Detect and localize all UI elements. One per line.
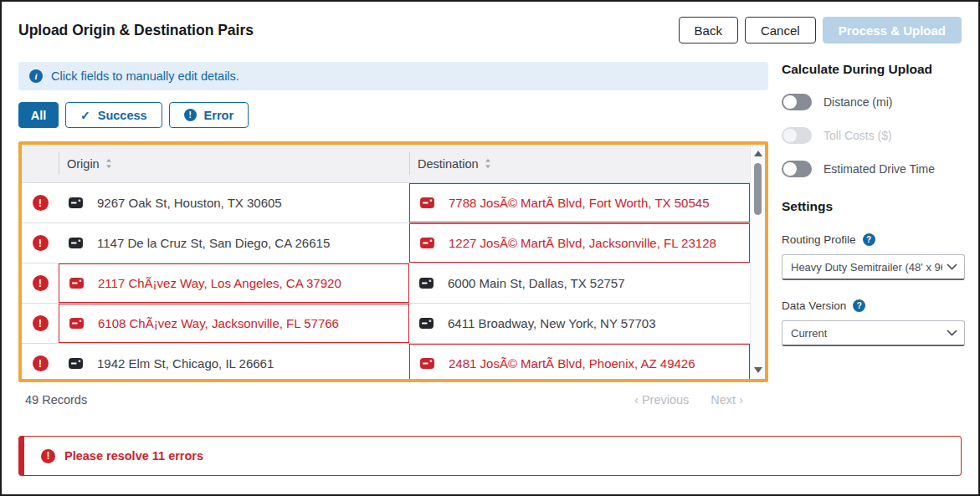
- toggle-switch[interactable]: [782, 94, 812, 110]
- destination-column-header[interactable]: Destination: [409, 145, 750, 182]
- toggle-row: Estimated Drive Time: [782, 161, 965, 177]
- destination-address: 2481 JosÃ© MartÃ Blvd, Phoenix, AZ 49426: [449, 356, 695, 371]
- filter-success-button[interactable]: ✓ Success: [65, 102, 162, 128]
- toggle-switch[interactable]: [782, 161, 812, 177]
- origin-address: 1942 Elm St, Chicago, IL 26661: [97, 356, 274, 371]
- page-title: Upload Origin & Destination Pairs: [18, 22, 254, 39]
- toggle-switch[interactable]: [782, 127, 812, 144]
- check-icon: ✓: [80, 109, 90, 122]
- error-banner-text: Please resolve 11 errors: [64, 449, 203, 463]
- cancel-button[interactable]: Cancel: [745, 17, 816, 43]
- table-row: ! 1147 De la Cruz St, San Diego, CA 2661…: [22, 223, 750, 263]
- table-footer: 49 Records ‹ Previous Next ›: [18, 393, 768, 407]
- row-status-cell: !: [22, 183, 59, 222]
- destination-cell[interactable]: 2481 JosÃ© MartÃ Blvd, Phoenix, AZ 49426: [409, 344, 750, 379]
- table-scrollbar[interactable]: [750, 145, 765, 379]
- previous-page-link[interactable]: ‹ Previous: [634, 393, 689, 407]
- filter-error-label: Error: [204, 109, 233, 122]
- origin-column-header[interactable]: Origin: [59, 145, 409, 182]
- data-version-select[interactable]: Current: [782, 320, 965, 346]
- pagination: ‹ Previous Next ›: [634, 393, 743, 407]
- address-field-icon: [69, 358, 83, 369]
- filter-success-label: Success: [98, 109, 147, 122]
- table-row: ! 9267 Oak St, Houston, TX 30605 7788 Jo…: [22, 183, 750, 223]
- column-divider: [59, 152, 59, 175]
- filter-row: All ✓ Success ! Error: [18, 102, 768, 128]
- routing-profile-select[interactable]: Heavy Duty Semitrailer (48' x 96": [782, 254, 965, 280]
- table-row: ! 1942 Elm St, Chicago, IL 26661 2481 Jo…: [22, 344, 750, 379]
- main-column: i Click fields to manually edit details.…: [18, 62, 768, 407]
- toggle-label: Estimated Drive Time: [824, 162, 935, 176]
- info-banner: i Click fields to manually edit details.: [18, 62, 768, 90]
- status-column-header: [22, 145, 59, 182]
- data-version-value: Current: [791, 327, 827, 340]
- data-version-label: Data Version: [782, 299, 846, 312]
- info-icon: i: [29, 69, 43, 83]
- row-status-cell: !: [22, 304, 59, 343]
- calculate-during-upload-heading: Calculate During Upload: [782, 62, 965, 77]
- toggle-label: Toll Costs ($): [824, 129, 892, 142]
- back-button[interactable]: Back: [679, 17, 738, 43]
- destination-cell[interactable]: 1227 JosÃ© MartÃ Blvd, Jacksonville, FL …: [409, 223, 750, 263]
- address-field-icon: [419, 318, 434, 329]
- sidebar: Calculate During Upload Distance (mi) To…: [782, 62, 965, 346]
- origin-cell[interactable]: 6108 ChÃ¡vez Way, Jacksonville, FL 57766: [59, 304, 409, 343]
- address-field-icon: [69, 197, 83, 208]
- data-version-label-row: Data Version ?: [782, 299, 965, 312]
- origin-address: 2117 ChÃ¡vez Way, Los Angeles, CA 37920: [98, 276, 341, 290]
- routing-profile-label: Routing Profile: [782, 233, 856, 246]
- toggle-knob: [783, 129, 797, 142]
- row-error-icon: !: [33, 275, 49, 291]
- address-field-icon: [420, 197, 434, 208]
- origin-cell[interactable]: 2117 ChÃ¡vez Way, Los Angeles, CA 37920: [59, 263, 409, 303]
- table-header: Origin Destination: [22, 145, 750, 183]
- filter-error-button[interactable]: ! Error: [169, 102, 249, 128]
- filter-all-button[interactable]: All: [18, 102, 59, 128]
- origin-address: 6108 ChÃ¡vez Way, Jacksonville, FL 57766: [98, 316, 339, 330]
- address-field-icon: [420, 358, 434, 369]
- table-body: ! 9267 Oak St, Houston, TX 30605 7788 Jo…: [22, 183, 750, 379]
- toggle-knob: [783, 162, 797, 176]
- destination-cell[interactable]: 6000 Main St, Dallas, TX 52757: [409, 263, 750, 303]
- routing-profile-label-row: Routing Profile ?: [782, 233, 965, 246]
- origin-cell[interactable]: 1147 De la Cruz St, San Diego, CA 26615: [59, 223, 409, 263]
- origin-cell[interactable]: 1942 Elm St, Chicago, IL 26661: [59, 344, 409, 379]
- scroll-up-icon[interactable]: [754, 151, 762, 156]
- error-icon: !: [41, 449, 55, 463]
- sort-icon[interactable]: [105, 158, 112, 169]
- next-page-link[interactable]: Next ›: [711, 393, 743, 407]
- destination-cell[interactable]: 6411 Broadway, New York, NY 57703: [409, 304, 750, 343]
- app-window: Upload Origin & Destination Pairs Back C…: [0, 0, 980, 496]
- destination-address: 1227 JosÃ© MartÃ Blvd, Jacksonville, FL …: [449, 236, 716, 250]
- address-field-icon: [420, 238, 434, 248]
- exclamation-icon: !: [184, 109, 197, 121]
- scroll-down-icon[interactable]: [754, 367, 762, 373]
- sort-icon[interactable]: [485, 158, 491, 169]
- address-field-icon: [69, 278, 84, 289]
- destination-address: 6411 Broadway, New York, NY 57703: [448, 316, 656, 330]
- info-banner-text: Click fields to manually edit details.: [51, 69, 239, 83]
- row-status-cell: !: [22, 263, 59, 303]
- scrollbar-thumb[interactable]: [754, 163, 762, 215]
- help-icon[interactable]: ?: [863, 233, 875, 246]
- address-field-icon: [69, 238, 83, 248]
- destination-address: 7788 JosÃ© MartÃ Blvd, Fort Worth, TX 50…: [449, 196, 709, 210]
- chevron-down-icon: [947, 263, 957, 270]
- toggle-knob: [783, 95, 797, 109]
- row-error-icon: !: [33, 195, 49, 211]
- help-icon[interactable]: ?: [853, 299, 865, 312]
- destination-cell[interactable]: 7788 JosÃ© MartÃ Blvd, Fort Worth, TX 50…: [409, 183, 750, 222]
- top-actions: Back Cancel Process & Upload: [679, 17, 962, 43]
- origin-cell[interactable]: 9267 Oak St, Houston, TX 30605: [59, 183, 409, 222]
- process-upload-button[interactable]: Process & Upload: [823, 17, 962, 43]
- column-divider: [409, 152, 410, 175]
- address-field-icon: [69, 318, 84, 329]
- origin-column-label: Origin: [67, 157, 100, 171]
- toggle-row: Toll Costs ($): [782, 127, 965, 144]
- table-row: ! 2117 ChÃ¡vez Way, Los Angeles, CA 3792…: [22, 263, 750, 304]
- row-status-cell: !: [22, 344, 59, 379]
- toggle-list: Distance (mi) Toll Costs ($) Estimated D…: [782, 94, 965, 177]
- settings-heading: Settings: [782, 199, 965, 214]
- destination-column-label: Destination: [418, 157, 479, 171]
- record-count: 49 Records: [25, 393, 87, 407]
